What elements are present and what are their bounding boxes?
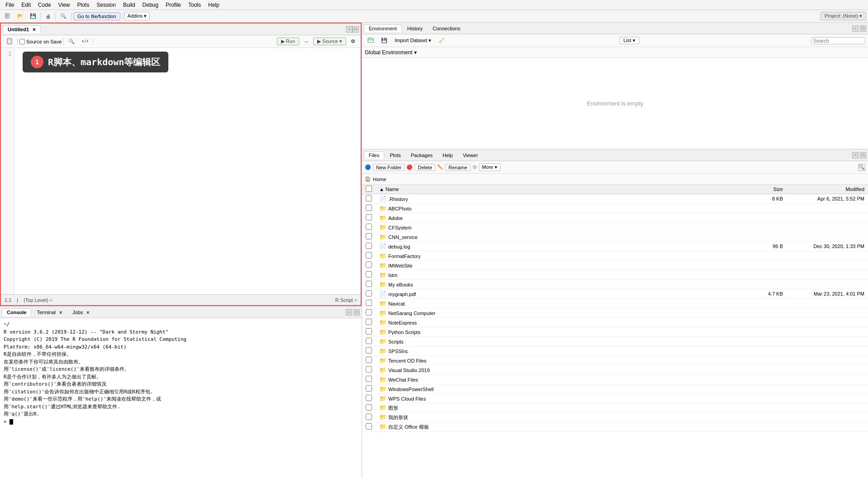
menu-code[interactable]: Code — [34, 1, 55, 9]
editor-content[interactable]: 1 R脚本、markdown等编辑区 — [14, 48, 361, 294]
tab-environment[interactable]: Environment — [364, 24, 402, 32]
col-size-header[interactable]: Size — [750, 185, 787, 194]
cell-name[interactable]: 📁NetSarang Computer — [376, 308, 750, 318]
table-row[interactable]: 📁Navicat — [362, 299, 868, 308]
row-checkbox[interactable] — [366, 385, 372, 392]
row-checkbox[interactable] — [366, 309, 372, 315]
row-checkbox[interactable] — [366, 338, 372, 344]
tab-files[interactable]: Files — [364, 151, 384, 159]
cell-name[interactable]: 📄mygraph.pdf — [376, 289, 750, 299]
menu-help[interactable]: Help — [205, 1, 223, 9]
menu-file[interactable]: File — [2, 1, 18, 9]
print-btn[interactable]: 🖨 — [43, 11, 53, 21]
row-checkbox[interactable] — [366, 252, 372, 258]
console-input-line[interactable]: > — [4, 418, 358, 426]
env-search-input[interactable] — [811, 37, 865, 44]
table-row[interactable]: 📁NetSarang Computer — [362, 308, 868, 318]
files-search-btn[interactable]: 🔍 — [858, 164, 865, 171]
row-checkbox[interactable] — [366, 395, 372, 401]
env-save-btn[interactable]: 💾 — [378, 37, 390, 44]
console-minimize-btn[interactable]: − — [346, 309, 352, 315]
table-row[interactable]: 📄mygraph.pdf 4.7 KB Mar 23, 2021, 4:01 P… — [362, 289, 868, 299]
tab-help[interactable]: Help — [438, 152, 458, 159]
table-row[interactable]: 📁NoteExpress — [362, 318, 868, 327]
new-file-btn[interactable] — [2, 11, 14, 21]
breadcrumb-home[interactable]: Home — [373, 177, 386, 182]
table-row[interactable]: 📄.Rhistory 8 KB Apr 6, 2021, 5:52 PM — [362, 194, 868, 204]
addins-btn[interactable]: Addins ▾ — [124, 12, 150, 20]
table-row[interactable]: 📁WindowsPowerShell — [362, 384, 868, 394]
row-checkbox[interactable] — [366, 195, 372, 201]
cell-name[interactable]: 📁lstm — [376, 270, 750, 280]
row-checkbox[interactable] — [366, 224, 372, 230]
find-replace-btn[interactable]: 🔍 — [66, 38, 77, 45]
table-row[interactable]: 📁Tencent OD Files — [362, 356, 868, 365]
cell-name[interactable]: 📁Scripts — [376, 337, 750, 346]
cell-name[interactable]: 📁WPS Cloud Files — [376, 394, 750, 403]
project-label[interactable]: Project: (None) ▾ — [820, 12, 866, 20]
tab-plots[interactable]: Plots — [385, 152, 405, 159]
row-checkbox[interactable] — [366, 281, 372, 287]
row-checkbox[interactable] — [366, 290, 372, 296]
console-maximize-btn[interactable]: □ — [353, 309, 360, 315]
editor-tab-close-btn[interactable]: ✕ — [32, 27, 36, 32]
rename-btn[interactable]: Rename — [445, 164, 471, 171]
menu-view[interactable]: View — [55, 1, 74, 9]
tab-connections[interactable]: Connections — [428, 25, 465, 32]
select-all-checkbox[interactable] — [366, 186, 372, 192]
cell-name[interactable]: 📄debug.log — [376, 242, 750, 251]
import-dataset-btn[interactable]: Import Dataset ▾ — [392, 37, 434, 44]
cell-name[interactable]: 📁IMWebSite — [376, 261, 750, 270]
table-row[interactable]: 📁Adobe — [362, 213, 868, 223]
cell-name[interactable]: 📁Tencent OD Files — [376, 356, 750, 365]
files-minimize-btn[interactable]: − — [852, 152, 858, 158]
more-btn[interactable]: More ▾ — [479, 163, 501, 171]
cell-name[interactable]: 📁WindowsPowerShell — [376, 384, 750, 394]
menu-debug[interactable]: Debug — [139, 1, 162, 9]
table-row[interactable]: 📁我的形状 — [362, 413, 868, 422]
table-row[interactable]: 📁自定义 Office 模板 — [362, 422, 868, 432]
menu-tools[interactable]: Tools — [185, 1, 205, 9]
table-row[interactable]: 📁图形 — [362, 403, 868, 413]
editor-minimize-btn[interactable]: − — [346, 26, 353, 33]
cell-name[interactable]: 📁CFSystem — [376, 223, 750, 232]
row-checkbox[interactable] — [366, 376, 372, 382]
cell-name[interactable]: 📁NoteExpress — [376, 318, 750, 327]
table-row[interactable]: 📄debug.log 96 B Dec 30, 2020, 1:33 PM — [362, 242, 868, 251]
console-body[interactable]: ~/ R version 3.6.2 (2019-12-12) -- "Dark… — [0, 318, 362, 478]
cell-name[interactable]: 📁Python Scripts — [376, 327, 750, 337]
row-checkbox[interactable] — [366, 404, 372, 411]
cell-name[interactable]: 📁FormatFactory — [376, 251, 750, 261]
row-checkbox[interactable] — [366, 328, 372, 335]
tab-terminal[interactable]: Terminal ✕ — [32, 309, 67, 316]
cell-name[interactable]: 📁ABCPhoto — [376, 204, 750, 213]
table-row[interactable]: 📁IMWebSite — [362, 261, 868, 270]
table-row[interactable]: 📁CFSystem — [362, 223, 868, 232]
env-broom-btn[interactable]: 🧹 — [436, 37, 448, 44]
table-row[interactable]: 📁My eBooks — [362, 280, 868, 289]
row-checkbox[interactable] — [366, 205, 372, 211]
save-btn[interactable]: 💾 — [27, 11, 39, 21]
new-folder-btn[interactable]: New Folder — [373, 164, 405, 171]
menu-build[interactable]: Build — [119, 1, 139, 9]
row-checkbox[interactable] — [366, 366, 372, 373]
cell-name[interactable]: 📁Navicat — [376, 299, 750, 308]
run-down-btn[interactable]: → — [301, 38, 311, 45]
menu-plots[interactable]: Plots — [74, 1, 93, 9]
global-env-label[interactable]: Global Environment ▾ — [365, 49, 417, 56]
row-checkbox[interactable] — [366, 233, 372, 239]
cell-name[interactable]: 📁我的形状 — [376, 413, 750, 422]
env-maximize-btn[interactable]: □ — [860, 25, 866, 32]
table-row[interactable]: 📁lstm — [362, 270, 868, 280]
table-row[interactable]: 📁FormatFactory — [362, 251, 868, 261]
cell-name[interactable]: 📁Visual Studio 2019 — [376, 365, 750, 375]
go-to-file-btn[interactable]: Go to file/function — [73, 12, 120, 20]
delete-btn[interactable]: Delete — [415, 164, 435, 171]
row-checkbox[interactable] — [366, 347, 372, 354]
table-row[interactable]: 📁CNN_service — [362, 232, 868, 242]
list-btn[interactable]: List ▾ — [620, 37, 639, 44]
jobs-tab-close[interactable]: ✕ — [86, 310, 90, 315]
menu-edit[interactable]: Edit — [18, 1, 34, 9]
terminal-tab-close[interactable]: ✕ — [59, 310, 62, 315]
find-btn[interactable]: 🔍 — [57, 11, 69, 21]
